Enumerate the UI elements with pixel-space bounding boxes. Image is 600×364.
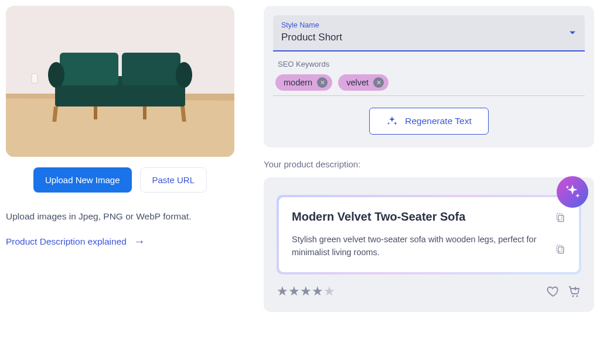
star-icon[interactable]: ★ <box>323 284 335 299</box>
keyword-chip-label: modern <box>284 78 312 87</box>
heart-icon[interactable] <box>546 284 560 298</box>
explain-link[interactable]: Product Description explained → <box>6 235 234 248</box>
keyword-chip-label: velvet <box>346 78 369 87</box>
svg-rect-15 <box>557 245 562 252</box>
cart-icon[interactable] <box>567 284 581 298</box>
svg-rect-12 <box>558 215 564 222</box>
result-panel: Modern Velvet Two-Seater Sofa Stylish gr… <box>264 177 594 312</box>
upload-image-button[interactable]: Upload New Image <box>33 167 132 193</box>
svg-rect-3 <box>60 53 118 85</box>
star-icon[interactable]: ★ <box>277 284 288 299</box>
product-image-preview <box>6 6 234 157</box>
ai-sparkle-badge <box>557 176 588 208</box>
explain-link-label: Product Description explained <box>6 236 127 247</box>
svg-rect-10 <box>143 107 146 119</box>
chevron-down-icon <box>570 32 575 35</box>
copy-title-icon[interactable] <box>554 211 566 224</box>
svg-point-16 <box>572 295 574 297</box>
regenerate-button[interactable]: Regenerate Text <box>369 108 488 135</box>
style-select-label: Style Name <box>281 21 577 29</box>
sparkle-icon <box>386 115 398 127</box>
remove-chip-icon[interactable]: ✕ <box>317 77 328 88</box>
svg-rect-9 <box>94 107 97 119</box>
rating-stars[interactable]: ★★★★★ <box>277 284 335 299</box>
keyword-chip[interactable]: modern✕ <box>275 74 332 91</box>
svg-point-17 <box>576 295 578 297</box>
arrow-right-icon: → <box>134 235 145 248</box>
svg-rect-14 <box>558 247 564 253</box>
keywords-label: SEO Keywords <box>275 60 582 68</box>
svg-rect-4 <box>122 53 180 85</box>
paste-url-button[interactable]: Paste URL <box>140 167 207 193</box>
keywords-chips: modern✕velvet✕ <box>275 74 582 91</box>
config-panel: Style Name Product Short SEO Keywords mo… <box>264 6 594 147</box>
copy-body-icon[interactable] <box>554 243 566 256</box>
star-icon[interactable]: ★ <box>312 284 323 299</box>
svg-point-6 <box>176 62 192 88</box>
svg-rect-11 <box>32 74 38 83</box>
result-title: Modern Velvet Two-Seater Sofa <box>292 210 538 224</box>
svg-point-5 <box>48 62 64 88</box>
style-select[interactable]: Style Name Product Short <box>273 15 585 51</box>
result-body: Stylish green velvet two-seater sofa wit… <box>292 233 538 259</box>
remove-chip-icon[interactable]: ✕ <box>373 77 384 88</box>
keyword-chip[interactable]: velvet✕ <box>338 74 388 91</box>
upload-help-text: Upload images in Jpeg, PNG or WebP forma… <box>6 211 234 222</box>
star-icon[interactable]: ★ <box>288 284 300 299</box>
star-icon[interactable]: ★ <box>300 284 312 299</box>
sparkle-icon <box>564 183 581 201</box>
style-select-value: Product Short <box>281 32 577 43</box>
regenerate-button-label: Regenerate Text <box>405 116 471 126</box>
svg-rect-13 <box>557 214 562 220</box>
result-section-label: Your product description: <box>264 159 594 169</box>
